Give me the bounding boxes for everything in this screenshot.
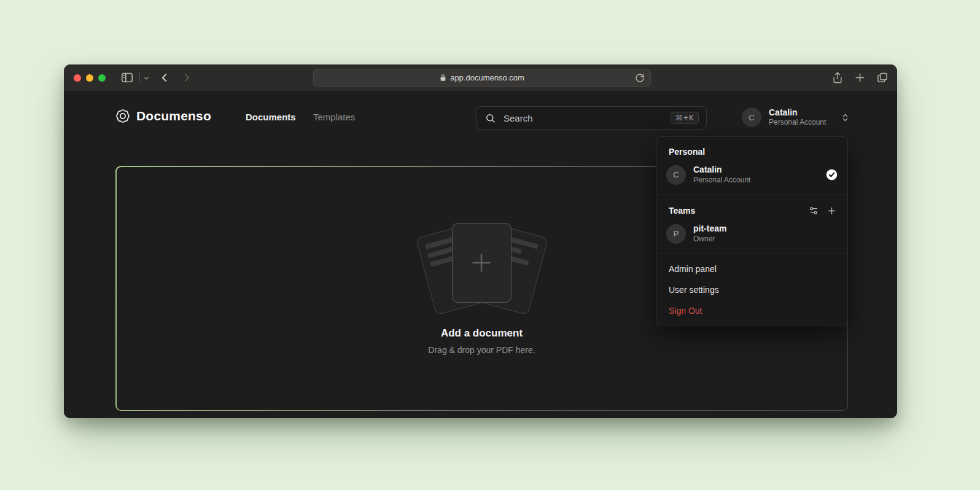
document-card-center [452,223,511,303]
new-tab-button[interactable] [854,71,866,84]
close-button[interactable] [74,74,81,82]
team-settings-icon [809,206,819,216]
menu-item-team[interactable]: P pit-team Owner [656,218,847,249]
account-subtitle: Personal Account [769,118,826,128]
menu-separator [656,195,847,195]
reload-icon [635,73,645,83]
minimize-button[interactable] [86,74,93,82]
menu-item-sign-out[interactable]: Sign Out [656,300,847,321]
documenso-logo-icon [115,109,130,123]
add-team-button[interactable] [827,206,836,216]
menu-heading-teams: Teams [669,206,809,216]
search-bar: ⌘+K [476,106,707,130]
search-icon [485,113,496,123]
add-team-icon [827,206,836,216]
team-role: Owner [693,235,726,244]
forward-button[interactable] [181,71,193,84]
address-text: app.documenso.com [450,73,524,82]
zoom-button[interactable] [98,74,106,82]
search-shortcut-badge: ⌘+K [671,112,699,124]
menu-item-user-settings[interactable]: User settings [656,279,847,300]
avatar: C [666,165,686,185]
tab-overview-button[interactable] [876,71,889,84]
toolbar-divider [139,73,140,82]
browser-toolbar: app.documenso.com [64,64,897,91]
check-circle-icon [826,169,838,181]
back-icon [158,71,171,84]
account-menu: Personal C Catalin Personal Account Team… [656,136,848,325]
window-controls [74,74,106,82]
account-subtitle: Personal Account [693,176,750,185]
teams-header: Teams [656,200,847,218]
avatar: P [666,224,686,244]
toolbar-right-actions [831,71,889,84]
brand-link[interactable]: Documenso [115,109,211,123]
lock-icon [440,74,446,82]
sidebar-toggle-icon [120,71,134,84]
avatar: C [742,107,761,127]
manage-teams-button[interactable] [809,206,819,216]
menu-item-personal-account[interactable]: C Catalin Personal Account [656,159,847,190]
menu-heading-personal: Personal [656,141,847,159]
new-tab-icon [854,71,866,84]
plus-icon [467,249,496,277]
sidebar-menu-button[interactable] [143,75,150,82]
nav-templates[interactable]: Templates [313,112,355,122]
menu-item-admin-panel[interactable]: Admin panel [656,259,847,279]
dropzone-title: Add a document [441,327,523,340]
chevrons-up-down-icon [841,113,850,122]
nav-documents[interactable]: Documents [246,112,296,122]
account-name: Catalin [769,107,826,118]
tab-overview-icon [876,71,889,84]
share-icon [831,71,844,84]
brand-name: Documenso [136,109,211,123]
share-button[interactable] [831,71,844,84]
account-name: Catalin [693,165,750,176]
sidebar-toggle-button[interactable] [120,71,134,84]
team-name: pit-team [693,224,726,235]
search-input[interactable] [502,112,664,124]
address-bar[interactable]: app.documenso.com [313,69,651,87]
document-cards-illustration [416,222,548,313]
browser-window: app.documenso.com [64,64,897,418]
chevron-down-icon [143,75,150,82]
back-button[interactable] [158,71,171,84]
menu-separator [656,254,847,254]
app-content: Documenso Documents Templates ⌘+K C Cata… [64,91,897,418]
dropzone-subtitle: Drag & drop your PDF here. [428,345,535,355]
account-menu-trigger[interactable]: C Catalin Personal Account [742,107,850,127]
reload-button[interactable] [635,73,645,83]
forward-icon [181,71,193,84]
